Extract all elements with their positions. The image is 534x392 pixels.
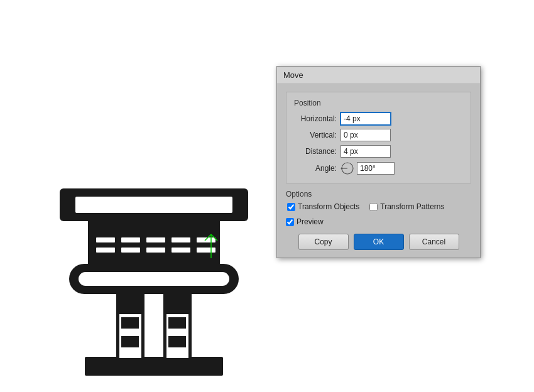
- svg-rect-18: [85, 357, 223, 376]
- options-label: Options: [286, 190, 471, 199]
- svg-rect-4: [96, 237, 115, 242]
- svg-line-26: [211, 234, 217, 241]
- dialog-body: Position Horizontal: Vertical: Distance:…: [277, 84, 480, 258]
- position-section: Position Horizontal: Vertical: Distance:…: [286, 92, 471, 183]
- angle-input[interactable]: [357, 162, 395, 175]
- svg-line-27: [205, 234, 211, 241]
- svg-rect-5: [121, 237, 140, 242]
- angle-label: Angle:: [294, 164, 337, 173]
- horizontal-input[interactable]: [341, 112, 391, 125]
- transform-patterns-item[interactable]: Transform Patterns: [369, 202, 444, 211]
- button-row: Copy OK Cancel: [286, 234, 471, 250]
- transform-objects-label: Transform Objects: [298, 202, 359, 211]
- ok-button[interactable]: OK: [354, 234, 404, 250]
- preview-row: Preview: [286, 217, 471, 226]
- preview-checkbox[interactable]: [286, 218, 294, 226]
- dialog-title: Move: [277, 67, 480, 84]
- angle-dial-icon: [341, 161, 354, 175]
- svg-rect-9: [96, 248, 115, 253]
- svg-rect-15: [79, 272, 229, 286]
- column-icon: [53, 182, 254, 389]
- svg-rect-11: [146, 248, 165, 253]
- svg-rect-22: [168, 317, 186, 329]
- svg-rect-7: [172, 237, 190, 242]
- move-indicator: [199, 228, 221, 259]
- transform-patterns-label: Transform Patterns: [380, 202, 444, 211]
- svg-point-30: [341, 168, 343, 170]
- svg-rect-12: [172, 248, 190, 253]
- svg-rect-10: [121, 248, 140, 253]
- vertical-input[interactable]: [341, 129, 391, 141]
- svg-rect-6: [146, 237, 165, 242]
- vertical-label: Vertical:: [294, 131, 337, 139]
- horizontal-label: Horizontal:: [294, 114, 337, 123]
- move-dialog: Move Position Horizontal: Vertical: Dist…: [276, 66, 481, 258]
- options-row: Transform Objects Transform Patterns: [286, 202, 471, 211]
- svg-rect-24: [168, 336, 186, 347]
- vertical-row: Vertical:: [294, 129, 463, 141]
- cancel-button[interactable]: Cancel: [409, 234, 459, 250]
- distance-input[interactable]: [341, 145, 391, 158]
- svg-rect-21: [121, 317, 139, 329]
- preview-item[interactable]: Preview: [286, 217, 324, 226]
- preview-label: Preview: [297, 217, 324, 226]
- distance-label: Distance:: [294, 147, 337, 156]
- position-label: Position: [294, 99, 463, 107]
- transform-objects-item[interactable]: Transform Objects: [287, 202, 359, 211]
- dialog-title-text: Move: [283, 70, 303, 80]
- options-section: Options Transform Objects Transform Patt…: [286, 190, 471, 211]
- copy-button[interactable]: Copy: [298, 234, 349, 250]
- svg-rect-23: [121, 336, 139, 347]
- angle-row: Angle:: [294, 161, 463, 175]
- transform-patterns-checkbox[interactable]: [369, 203, 378, 211]
- svg-rect-1: [75, 197, 232, 213]
- horizontal-row: Horizontal:: [294, 112, 463, 125]
- transform-objects-checkbox[interactable]: [287, 203, 295, 211]
- distance-row: Distance:: [294, 145, 463, 158]
